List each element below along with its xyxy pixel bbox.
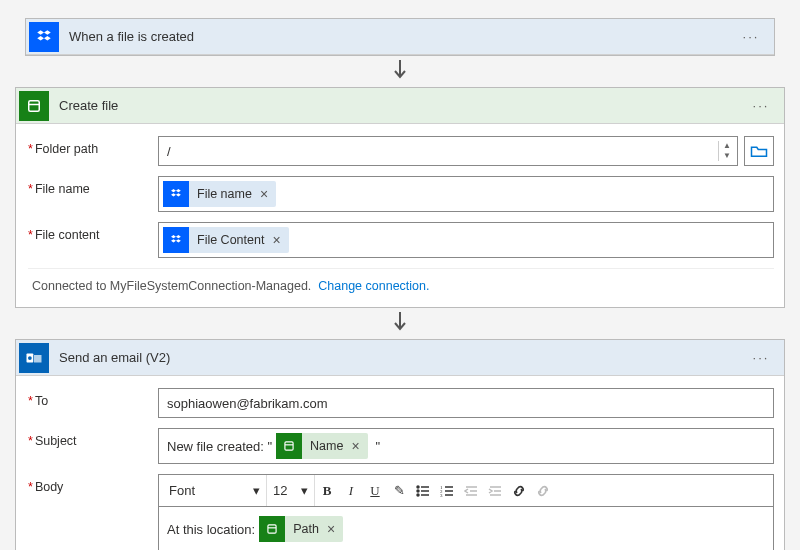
svg-point-2 — [28, 356, 32, 360]
folder-path-input[interactable]: / ▲▼ — [158, 136, 738, 166]
trigger-title: When a file is created — [69, 29, 736, 44]
stepper-control[interactable]: ▲▼ — [718, 141, 735, 161]
svg-rect-10 — [268, 525, 276, 533]
file-name-label: File name — [28, 176, 158, 196]
dropbox-icon — [29, 22, 59, 52]
indent-button[interactable] — [483, 475, 507, 507]
name-token[interactable]: Name × — [276, 433, 368, 459]
more-icon[interactable]: ··· — [746, 98, 776, 113]
subject-input[interactable]: New file created: " Name × " — [158, 428, 774, 464]
more-icon[interactable]: ··· — [736, 29, 766, 44]
send-email-card: Send an email (V2) ··· To sophiaowen@fab… — [15, 339, 785, 550]
more-icon[interactable]: ··· — [746, 350, 776, 365]
unlink-button[interactable] — [531, 475, 555, 507]
dropbox-icon — [163, 181, 189, 207]
file-content-label: File content — [28, 222, 158, 242]
send-email-title: Send an email (V2) — [59, 350, 746, 365]
file-system-icon — [259, 516, 285, 542]
trigger-header[interactable]: When a file is created ··· — [26, 19, 774, 55]
connection-footer: Connected to MyFileSystemConnection-Mana… — [28, 268, 774, 297]
file-name-token[interactable]: File name × — [163, 181, 276, 207]
svg-text:3: 3 — [440, 493, 443, 498]
remove-token-icon[interactable]: × — [349, 438, 367, 454]
change-connection-link[interactable]: Change connection. — [318, 279, 429, 293]
file-system-icon — [19, 91, 49, 121]
file-system-icon — [276, 433, 302, 459]
link-button[interactable] — [507, 475, 531, 507]
browse-folder-button[interactable] — [744, 136, 774, 166]
path-token[interactable]: Path × — [259, 516, 343, 542]
send-email-header[interactable]: Send an email (V2) ··· — [16, 340, 784, 376]
outlook-icon — [19, 343, 49, 373]
svg-point-6 — [417, 494, 419, 496]
arrow-connector — [15, 308, 785, 339]
underline-button[interactable]: U — [363, 475, 387, 507]
bullet-list-button[interactable] — [411, 475, 435, 507]
font-select[interactable]: Font▾ — [163, 475, 267, 506]
highlight-button[interactable]: ✎ — [387, 475, 411, 507]
remove-token-icon[interactable]: × — [258, 186, 276, 202]
to-label: To — [28, 388, 158, 408]
dropbox-icon — [163, 227, 189, 253]
create-file-header[interactable]: Create file ··· — [16, 88, 784, 124]
italic-button[interactable]: I — [339, 475, 363, 507]
file-name-input[interactable]: File name × — [158, 176, 774, 212]
bold-button[interactable]: B — [315, 475, 339, 507]
svg-point-4 — [417, 486, 419, 488]
svg-point-5 — [417, 490, 419, 492]
to-input[interactable]: sophiaowen@fabrikam.com — [158, 388, 774, 418]
file-content-token[interactable]: File Content × — [163, 227, 289, 253]
outdent-button[interactable] — [459, 475, 483, 507]
svg-rect-0 — [29, 100, 40, 111]
create-file-title: Create file — [59, 98, 746, 113]
remove-token-icon[interactable]: × — [270, 232, 288, 248]
remove-token-icon[interactable]: × — [325, 521, 343, 537]
font-size-select[interactable]: 12▾ — [267, 475, 315, 506]
body-input[interactable]: At this location: Path × — [158, 506, 774, 550]
arrow-connector — [15, 56, 785, 87]
number-list-button[interactable]: 123 — [435, 475, 459, 507]
folder-path-label: Folder path — [28, 136, 158, 156]
rich-text-toolbar: Font▾ 12▾ B I U ✎ 123 — [158, 474, 774, 506]
subject-label: Subject — [28, 428, 158, 448]
svg-rect-3 — [285, 442, 293, 450]
trigger-card: When a file is created ··· — [25, 18, 775, 56]
create-file-card: Create file ··· Folder path / ▲▼ File na… — [15, 87, 785, 308]
file-content-input[interactable]: File Content × — [158, 222, 774, 258]
body-label: Body — [28, 474, 158, 494]
